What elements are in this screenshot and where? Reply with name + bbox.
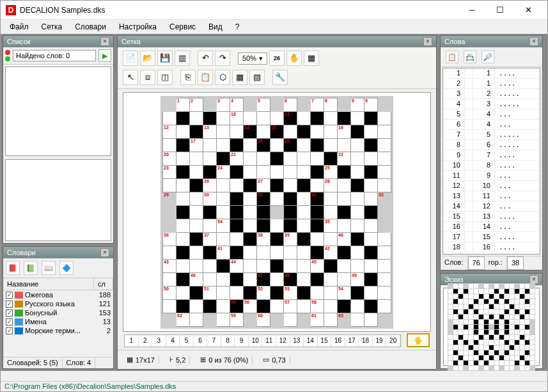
grid-cell[interactable] xyxy=(324,272,338,286)
grid-cell[interactable] xyxy=(190,232,203,246)
grid-cell[interactable] xyxy=(244,138,257,152)
grid-cell[interactable] xyxy=(163,272,176,286)
grid-cell[interactable] xyxy=(244,178,257,192)
grid-cell[interactable] xyxy=(364,313,378,326)
grid-cell[interactable] xyxy=(351,259,364,272)
grid-cell[interactable] xyxy=(378,165,391,178)
grid-cell[interactable] xyxy=(311,125,324,138)
dict-sort-button[interactable]: 🔷 xyxy=(59,261,74,275)
grid-cell[interactable] xyxy=(338,111,351,125)
grid-cell[interactable] xyxy=(230,125,244,138)
grid-cell[interactable] xyxy=(364,152,378,165)
ruler-tick[interactable]: 17 xyxy=(345,335,359,347)
grid-cell[interactable] xyxy=(284,313,297,326)
grid-cell[interactable] xyxy=(297,299,311,313)
grid-cell[interactable] xyxy=(270,259,284,272)
grid-cell[interactable] xyxy=(297,286,311,299)
grid-cell[interactable]: 7 xyxy=(311,98,324,111)
grid-cell[interactable] xyxy=(190,111,203,125)
grid-cell[interactable] xyxy=(297,178,311,192)
grid-cell[interactable] xyxy=(244,286,257,299)
grid-cell[interactable] xyxy=(244,219,257,232)
grid-cell[interactable] xyxy=(190,246,203,259)
grid-cell[interactable] xyxy=(378,138,391,152)
maximize-button[interactable]: ☐ xyxy=(486,1,514,19)
grid-cell[interactable]: 9 xyxy=(351,98,364,111)
grid-cell[interactable]: 35 xyxy=(324,219,338,232)
grid-cell[interactable] xyxy=(378,219,391,232)
grid-cell[interactable] xyxy=(244,232,257,246)
grid-cell[interactable] xyxy=(324,152,338,165)
grid-cell[interactable] xyxy=(244,259,257,272)
grid-cell[interactable] xyxy=(163,111,176,125)
ruler-tick[interactable]: 11 xyxy=(262,335,276,347)
autofill-button[interactable]: 🖐 xyxy=(407,333,430,347)
grid-cell[interactable] xyxy=(297,165,311,178)
grid-cell[interactable] xyxy=(244,205,257,219)
grid-cell[interactable] xyxy=(270,138,284,152)
grid-cell[interactable] xyxy=(378,125,391,138)
grid-cell[interactable]: 2 xyxy=(190,98,203,111)
menu-dicts[interactable]: Словари xyxy=(70,20,111,33)
grid-cell[interactable] xyxy=(176,152,190,165)
word-row[interactable]: 1412... xyxy=(443,201,540,212)
next-button[interactable]: ▶ xyxy=(98,49,111,62)
layout-button[interactable]: ▦ xyxy=(304,51,319,66)
grid-cell[interactable]: 17 xyxy=(190,138,203,152)
grid-cell[interactable] xyxy=(257,165,270,178)
grid-cell[interactable] xyxy=(190,125,203,138)
grid-cell[interactable] xyxy=(351,205,364,219)
grid-cell[interactable] xyxy=(311,205,324,219)
grid-cell[interactable]: 45 xyxy=(311,259,324,272)
grid-cell[interactable] xyxy=(297,272,311,286)
word-row[interactable]: 43..... xyxy=(443,99,540,109)
grid-cell[interactable]: 24 xyxy=(217,165,230,178)
grid-cell[interactable] xyxy=(203,299,217,313)
grid-cell[interactable] xyxy=(244,98,257,111)
grid-cell[interactable] xyxy=(324,205,338,219)
grid-cell[interactable] xyxy=(351,192,364,205)
grid-cell[interactable]: 10 xyxy=(230,111,244,125)
grid-cell[interactable]: 55 xyxy=(230,299,244,313)
grid-cell[interactable] xyxy=(311,152,324,165)
dict-row[interactable]: ✓Русского языка121 xyxy=(3,299,113,308)
grid-cell[interactable]: 32 xyxy=(311,192,324,205)
minimize-button[interactable]: ─ xyxy=(458,1,486,19)
grid-cell[interactable] xyxy=(297,192,311,205)
grid-cell[interactable] xyxy=(176,192,190,205)
grid-cell[interactable] xyxy=(284,219,297,232)
grid-cell[interactable] xyxy=(270,152,284,165)
grid-cell[interactable] xyxy=(217,152,230,165)
grid-cell[interactable]: 25 xyxy=(324,165,338,178)
grid-cell[interactable] xyxy=(217,125,230,138)
grid-cell[interactable]: 56 xyxy=(244,299,257,313)
redo-button[interactable]: ↷ xyxy=(215,51,230,66)
grid-cell[interactable] xyxy=(230,205,244,219)
grid-cell[interactable] xyxy=(163,98,176,111)
word-row[interactable]: 21.... xyxy=(443,79,540,89)
grid2-button[interactable]: ▦ xyxy=(232,70,247,85)
grid-cell[interactable] xyxy=(351,178,364,192)
dict-checkbox[interactable]: ✓ xyxy=(6,301,13,308)
grid-cell[interactable] xyxy=(378,286,391,299)
grid-cell[interactable] xyxy=(364,125,378,138)
grid-cell[interactable] xyxy=(217,259,230,272)
grid-cell[interactable] xyxy=(284,178,297,192)
grid-cell[interactable]: 51 xyxy=(203,286,217,299)
grid-cell[interactable] xyxy=(364,232,378,246)
grid-cell[interactable] xyxy=(324,138,338,152)
grid-cell[interactable]: 61 xyxy=(311,313,324,326)
grid-cell[interactable] xyxy=(378,246,391,259)
grid-cell[interactable]: 13 xyxy=(203,125,217,138)
grid-cell[interactable] xyxy=(217,232,230,246)
grid-cell[interactable] xyxy=(203,165,217,178)
grid-cell[interactable]: 63 xyxy=(338,313,351,326)
dict-hdr-count[interactable]: сл xyxy=(94,278,113,290)
dict-open-button[interactable]: 📖 xyxy=(42,261,56,275)
grid-cell[interactable] xyxy=(338,246,351,259)
grid-cell[interactable] xyxy=(190,152,203,165)
grid-cell[interactable] xyxy=(297,111,311,125)
ruler-tick[interactable]: 14 xyxy=(304,335,318,347)
grid-cell[interactable] xyxy=(230,138,244,152)
grid-cell[interactable]: 37 xyxy=(203,232,217,246)
